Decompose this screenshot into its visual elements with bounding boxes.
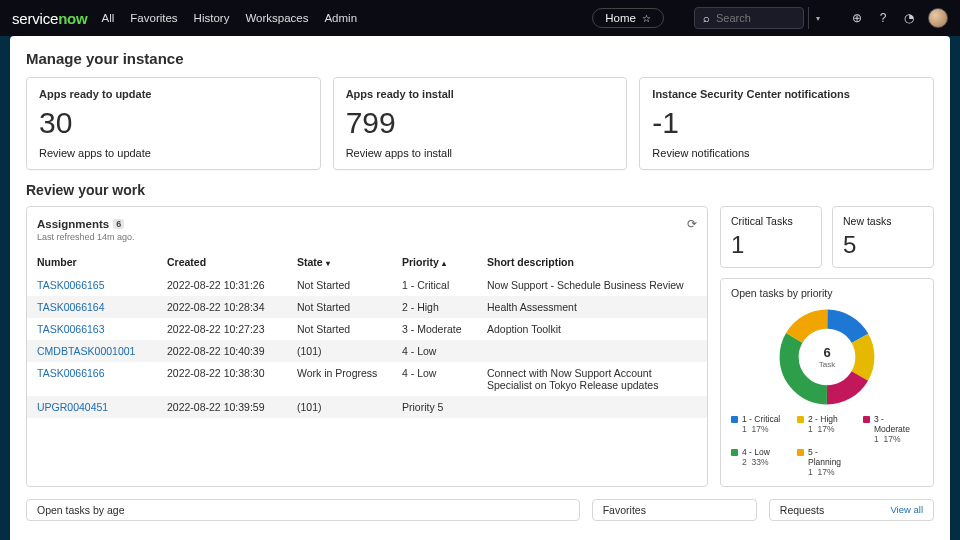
logo-prefix: service [12,10,58,27]
count-badge: 6 [113,219,124,229]
cell-desc: Health Assessment [477,296,707,318]
cell-priority: 2 - High [392,296,477,318]
bottom-requests[interactable]: RequestsView all [769,499,934,521]
cell-number[interactable]: TASK0066164 [27,296,157,318]
cell-state: (101) [287,340,392,362]
table-row[interactable]: TASK00661642022-08-22 10:28:34Not Starte… [27,296,707,318]
logo[interactable]: servicenow [12,10,88,27]
bell-icon[interactable]: ◔ [902,11,916,25]
chart-title: Open tasks by priority [731,287,923,299]
col-created[interactable]: Created [157,250,287,274]
card-security-notifications[interactable]: Instance Security Center notifications -… [639,77,934,170]
legend-item[interactable]: 2 - High1 17% [797,415,853,444]
sort-desc-icon: ▾ [326,259,330,268]
logo-suffix: now [58,10,87,27]
critical-tasks-card[interactable]: Critical Tasks 1 [720,206,822,268]
col-priority[interactable]: Priority ▴ [392,250,477,274]
donut-center-value: 6 [823,345,830,360]
cell-desc: Adoption Toolkit [477,318,707,340]
cell-priority: Priority 5 [392,396,477,418]
summary-cards: Apps ready to update 30 Review apps to u… [26,77,934,170]
star-icon: ☆ [642,13,651,24]
cell-number[interactable]: CMDBTASK0001001 [27,340,157,362]
table-row[interactable]: UPGR00404512022-08-22 10:39:59(101)Prior… [27,396,707,418]
col-number[interactable]: Number [27,250,157,274]
cell-created: 2022-08-22 10:38:30 [157,362,287,396]
assignments-title-label: Assignments [37,218,109,230]
cell-created: 2022-08-22 10:40:39 [157,340,287,362]
swatch-icon [731,416,738,423]
swatch-icon [863,416,870,423]
col-desc[interactable]: Short description [477,250,707,274]
cell-number[interactable]: UPGR0040451 [27,396,157,418]
globe-icon[interactable]: ⊕ [850,11,864,25]
donut-center-label: Task [819,360,835,369]
global-search[interactable]: ⌕ [694,7,804,29]
cell-state: Not Started [287,296,392,318]
cell-created: 2022-08-22 10:31:26 [157,274,287,296]
swatch-icon [797,416,804,423]
nav-admin[interactable]: Admin [324,12,357,24]
review-heading: Review your work [26,182,934,198]
home-label: Home [605,12,636,24]
legend-item[interactable]: 4 - Low2 33% [731,448,787,477]
cell-desc: Now Support - Schedule Business Review [477,274,707,296]
cell-desc [477,340,707,362]
bottom-favorites[interactable]: Favorites [592,499,757,521]
cell-priority: 4 - Low [392,362,477,396]
review-area: ⟳ Assignments 6 Last refreshed 14m ago. … [26,206,934,487]
chart-legend: 1 - Critical1 17%2 - High1 17%3 - Modera… [731,415,923,478]
home-pill[interactable]: Home ☆ [592,8,664,28]
new-tasks-card[interactable]: New tasks 5 [832,206,934,268]
cell-desc: Connect with Now Support Account Special… [477,362,707,396]
legend-item[interactable]: 1 - Critical1 17% [731,415,787,444]
card-title: Apps ready to update [39,88,308,100]
donut-chart[interactable]: 6 Task [777,307,877,407]
view-all-link[interactable]: View all [890,504,923,515]
cell-state: Not Started [287,274,392,296]
bottom-open-by-age[interactable]: Open tasks by age [26,499,580,521]
table-row[interactable]: TASK00661662022-08-22 10:38:30Work in Pr… [27,362,707,396]
bottom-cards: Open tasks by age Favorites RequestsView… [26,499,934,521]
card-value: -1 [652,106,921,139]
cell-priority: 1 - Critical [392,274,477,296]
mini-title: Critical Tasks [731,215,811,227]
col-state[interactable]: State ▾ [287,250,392,274]
table-row[interactable]: TASK00661652022-08-22 10:31:26Not Starte… [27,274,707,296]
help-icon[interactable]: ? [876,11,890,25]
primary-nav: All Favorites History Workspaces Admin [102,12,358,24]
top-icon-group: ⊕ ? ◔ [850,8,948,28]
card-apps-install[interactable]: Apps ready to install 799 Review apps to… [333,77,628,170]
caret-down-icon: ▾ [816,14,820,23]
card-link: Review notifications [652,147,921,159]
card-link: Review apps to update [39,147,308,159]
cell-created: 2022-08-22 10:28:34 [157,296,287,318]
search-dropdown[interactable]: ▾ [808,7,826,29]
cell-number[interactable]: TASK0066163 [27,318,157,340]
cell-state: Work in Progress [287,362,392,396]
nav-favorites[interactable]: Favorites [130,12,177,24]
nav-all[interactable]: All [102,12,115,24]
table-row[interactable]: CMDBTASK00010012022-08-22 10:40:39(101)4… [27,340,707,362]
assignments-table: Number Created State ▾ Priority ▴ Short … [27,250,707,418]
nav-workspaces[interactable]: Workspaces [245,12,308,24]
card-title: Instance Security Center notifications [652,88,921,100]
search-input[interactable] [716,12,776,24]
swatch-icon [797,449,804,456]
card-value: 30 [39,106,308,139]
mini-value: 1 [731,231,811,259]
refresh-icon[interactable]: ⟳ [687,217,697,231]
avatar[interactable] [928,8,948,28]
legend-item[interactable]: 5 - Planning1 17% [797,448,853,477]
legend-item[interactable]: 3 - Moderate1 17% [863,415,919,444]
table-row[interactable]: TASK00661632022-08-22 10:27:23Not Starte… [27,318,707,340]
cell-desc [477,396,707,418]
manage-heading: Manage your instance [26,50,934,67]
swatch-icon [731,449,738,456]
card-apps-update[interactable]: Apps ready to update 30 Review apps to u… [26,77,321,170]
cell-number[interactable]: TASK0066166 [27,362,157,396]
sort-asc-icon: ▴ [442,259,446,268]
cell-state: (101) [287,396,392,418]
nav-history[interactable]: History [194,12,230,24]
cell-number[interactable]: TASK0066165 [27,274,157,296]
